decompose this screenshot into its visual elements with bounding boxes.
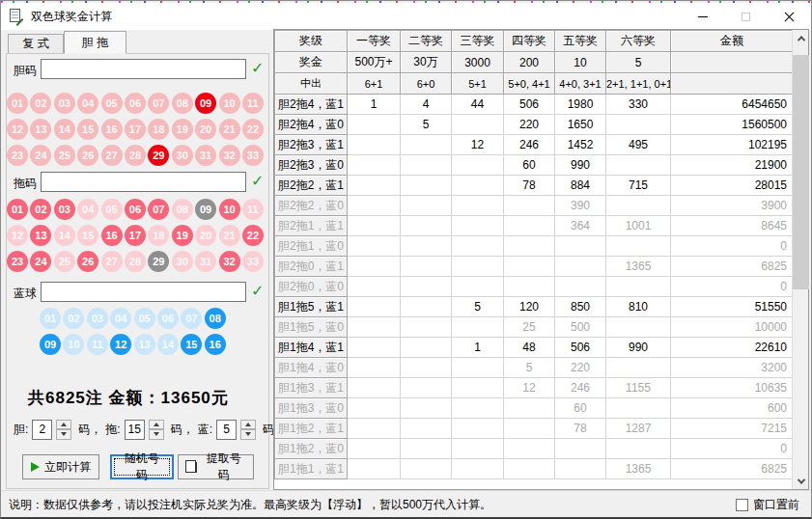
close-button[interactable]: [768, 3, 811, 30]
dan-ball-15[interactable]: 15: [77, 119, 98, 140]
dan-ball-03[interactable]: 03: [54, 93, 75, 114]
blue-ball-10[interactable]: 10: [63, 334, 84, 355]
tuo-count-down-button[interactable]: [149, 429, 164, 440]
tuo-ball-22[interactable]: 22: [242, 225, 264, 246]
tuo-ball-28[interactable]: 28: [125, 251, 146, 272]
dan-ball-06[interactable]: 06: [125, 93, 146, 114]
tuo-ball-12[interactable]: 12: [7, 225, 28, 246]
tuo-code-input[interactable]: [41, 172, 246, 192]
tuo-ball-17[interactable]: 17: [125, 225, 146, 246]
blue-ball-09[interactable]: 09: [40, 334, 61, 355]
tuo-ball-11[interactable]: 11: [242, 199, 264, 220]
tuo-ball-23[interactable]: 23: [7, 251, 28, 272]
dan-ball-17[interactable]: 17: [125, 119, 146, 140]
random-number-button[interactable]: 随机号码: [110, 454, 174, 479]
dan-ball-22[interactable]: 22: [242, 119, 264, 140]
blue-ball-02[interactable]: 02: [63, 308, 84, 329]
blue-ball-13[interactable]: 13: [134, 334, 155, 355]
tuo-ball-33[interactable]: 33: [242, 251, 264, 272]
dan-ball-01[interactable]: 01: [7, 93, 28, 114]
dan-count-input[interactable]: 2: [32, 420, 52, 440]
tuo-ball-02[interactable]: 02: [30, 199, 51, 220]
tuo-ball-32[interactable]: 32: [219, 251, 240, 272]
blue-count-up-button[interactable]: [240, 420, 256, 430]
dan-ball-25[interactable]: 25: [54, 145, 75, 166]
dan-ball-04[interactable]: 04: [77, 93, 98, 114]
tuo-ball-19[interactable]: 19: [172, 225, 193, 246]
tuo-ball-16[interactable]: 16: [101, 225, 123, 246]
dan-count-down-button[interactable]: [56, 429, 71, 440]
tuo-ball-13[interactable]: 13: [30, 225, 51, 246]
tuo-ball-26[interactable]: 26: [77, 251, 98, 272]
dan-ball-26[interactable]: 26: [77, 145, 98, 166]
dan-ball-12[interactable]: 12: [7, 119, 28, 140]
dan-count-up-button[interactable]: [56, 420, 71, 430]
tuo-ball-27[interactable]: 27: [101, 251, 123, 272]
tuo-ball-01[interactable]: 01: [7, 199, 28, 220]
tuo-ball-05[interactable]: 05: [101, 199, 123, 220]
tuo-ball-25[interactable]: 25: [54, 251, 75, 272]
scroll-down-button[interactable]: [793, 473, 809, 489]
tuo-ball-14[interactable]: 14: [54, 225, 75, 246]
tuo-ball-10[interactable]: 10: [219, 199, 240, 220]
dan-ball-20[interactable]: 20: [195, 119, 216, 140]
blue-ball-11[interactable]: 11: [87, 334, 108, 355]
tab-dantuo[interactable]: 胆 拖: [64, 31, 126, 54]
dan-ball-21[interactable]: 21: [219, 119, 240, 140]
extract-number-button[interactable]: 提取号码: [178, 454, 254, 479]
dan-ball-10[interactable]: 10: [219, 93, 240, 114]
blue-ball-12[interactable]: 12: [110, 334, 131, 355]
blue-count-input[interactable]: 5: [216, 420, 237, 440]
blue-ball-input[interactable]: [41, 282, 246, 302]
tuo-ball-15[interactable]: 15: [77, 225, 98, 246]
dan-ball-32[interactable]: 32: [219, 145, 240, 166]
blue-ball-07[interactable]: 07: [181, 308, 202, 329]
dan-ball-09[interactable]: 09: [195, 93, 216, 114]
dan-ball-14[interactable]: 14: [54, 119, 75, 140]
calculate-button[interactable]: 立即计算: [22, 454, 99, 479]
dan-ball-30[interactable]: 30: [172, 145, 193, 166]
tuo-count-input[interactable]: 15: [125, 420, 145, 440]
vertical-scrollbar[interactable]: [792, 30, 808, 489]
dan-ball-19[interactable]: 19: [172, 119, 193, 140]
dan-ball-31[interactable]: 31: [195, 145, 216, 166]
blue-ball-14[interactable]: 14: [157, 334, 179, 355]
blue-count-down-button[interactable]: [240, 429, 256, 440]
minimize-button[interactable]: [681, 3, 724, 30]
dan-ball-05[interactable]: 05: [101, 93, 123, 114]
dan-ball-13[interactable]: 13: [30, 119, 51, 140]
tuo-count-up-button[interactable]: [149, 420, 164, 430]
blue-ball-08[interactable]: 08: [205, 308, 226, 329]
dan-ball-24[interactable]: 24: [30, 145, 51, 166]
tuo-ball-29[interactable]: 29: [148, 251, 169, 272]
always-on-top-checkbox[interactable]: 窗口置前: [736, 497, 799, 513]
blue-ball-06[interactable]: 06: [157, 308, 179, 329]
dan-ball-33[interactable]: 33: [242, 145, 264, 166]
dan-ball-16[interactable]: 16: [101, 119, 123, 140]
tuo-ball-31[interactable]: 31: [195, 251, 216, 272]
tuo-ball-06[interactable]: 06: [125, 199, 146, 220]
blue-ball-03[interactable]: 03: [87, 308, 108, 329]
blue-ball-16[interactable]: 16: [205, 334, 226, 355]
tuo-ball-30[interactable]: 30: [172, 251, 193, 272]
tuo-ball-21[interactable]: 21: [219, 225, 240, 246]
dan-ball-28[interactable]: 28: [125, 145, 146, 166]
dan-code-input[interactable]: [41, 59, 246, 79]
tuo-ball-24[interactable]: 24: [30, 251, 51, 272]
blue-ball-01[interactable]: 01: [40, 308, 61, 329]
blue-ball-15[interactable]: 15: [181, 334, 202, 355]
blue-ball-04[interactable]: 04: [110, 308, 131, 329]
dan-ball-29[interactable]: 29: [148, 145, 169, 166]
dan-ball-23[interactable]: 23: [7, 145, 28, 166]
tuo-ball-08[interactable]: 08: [172, 199, 193, 220]
tuo-ball-20[interactable]: 20: [195, 225, 216, 246]
tuo-ball-09[interactable]: 09: [195, 199, 216, 220]
dan-ball-08[interactable]: 08: [172, 93, 193, 114]
dan-ball-18[interactable]: 18: [148, 119, 169, 140]
tuo-ball-18[interactable]: 18: [148, 225, 169, 246]
scrollbar-thumb[interactable]: [793, 55, 809, 289]
dan-ball-27[interactable]: 27: [101, 145, 123, 166]
tuo-ball-03[interactable]: 03: [54, 199, 75, 220]
dan-ball-02[interactable]: 02: [30, 93, 51, 114]
dan-ball-11[interactable]: 11: [242, 93, 264, 114]
